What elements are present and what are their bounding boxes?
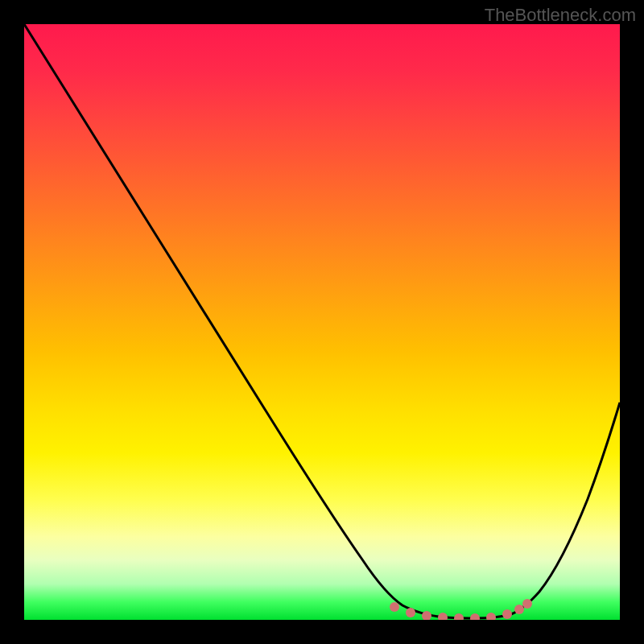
data-marker — [486, 613, 496, 620]
bottleneck-curve-line — [24, 24, 620, 618]
watermark-text: TheBottleneck.com — [485, 5, 636, 26]
data-marker — [470, 613, 480, 620]
data-marker — [454, 613, 464, 620]
data-marker — [438, 613, 448, 620]
data-marker — [390, 602, 399, 612]
marker-cluster — [390, 599, 532, 620]
data-marker — [502, 609, 512, 619]
data-marker — [514, 605, 524, 614]
data-marker — [406, 608, 415, 617]
data-marker — [522, 599, 532, 609]
bottleneck-chart — [24, 24, 620, 620]
